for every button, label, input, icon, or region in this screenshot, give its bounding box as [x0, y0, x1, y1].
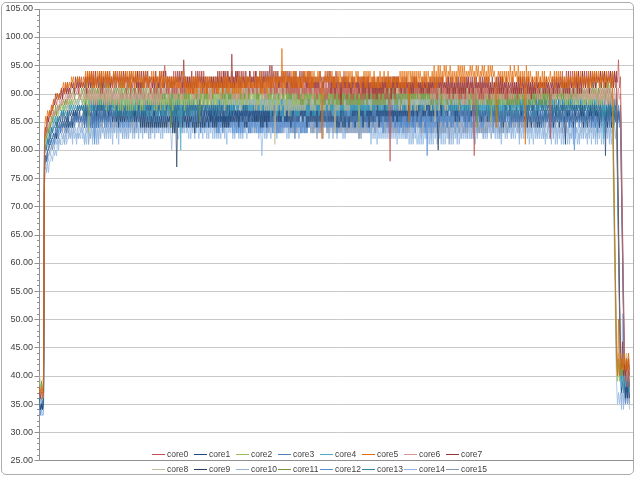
legend-entry-core8[interactable]: core8	[152, 463, 194, 475]
legend-entry-core14[interactable]: core14	[404, 463, 446, 475]
legend-line-swatch	[362, 469, 375, 470]
legend-line-swatch	[404, 469, 417, 470]
legend-label: core3	[293, 448, 314, 460]
legend-line-swatch	[152, 469, 165, 470]
legend-entry-core11[interactable]: core11	[278, 463, 320, 475]
legend-entry-core9[interactable]: core9	[194, 463, 236, 475]
legend-label: core4	[335, 448, 356, 460]
legend-label: core1	[209, 448, 230, 460]
legend-entry-core1[interactable]: core1	[194, 448, 236, 460]
legend-label: core6	[419, 448, 440, 460]
y-axis-tick-label: 90.00	[10, 88, 33, 99]
legend-label: core0	[167, 448, 188, 460]
legend-line-swatch	[236, 454, 249, 455]
y-axis-tick-label: 95.00	[10, 60, 33, 71]
y-axis-tick-label: 50.00	[10, 314, 33, 325]
legend-entry-core6[interactable]: core6	[404, 448, 446, 460]
legend-label: core13	[377, 463, 403, 475]
legend-entry-core2[interactable]: core2	[236, 448, 278, 460]
legend-entry-core5[interactable]: core5	[362, 448, 404, 460]
legend-label: core12	[335, 463, 361, 475]
y-axis-tick-label: 55.00	[10, 286, 33, 297]
y-axis-tick-label: 45.00	[10, 342, 33, 353]
chart-legend-row-2: core8 core9 core10 core11 core12 core13 …	[0, 463, 640, 475]
legend-label: core10	[251, 463, 277, 475]
legend-entry-core13[interactable]: core13	[362, 463, 404, 475]
line-chart-canvas[interactable]	[0, 0, 640, 481]
legend-label: core9	[209, 463, 230, 475]
y-axis-tick-label: 80.00	[10, 144, 33, 155]
y-axis-tick-label: 105.00	[5, 3, 33, 14]
y-axis-tick-label: 85.00	[10, 116, 33, 127]
chart-legend-row-1: core0 core1 core2 core3 core4 core5 core…	[0, 448, 640, 460]
legend-entry-core12[interactable]: core12	[320, 463, 362, 475]
legend-line-swatch	[278, 454, 291, 455]
legend-line-swatch	[446, 454, 459, 455]
legend-entry-core7[interactable]: core7	[446, 448, 488, 460]
y-axis-tick-label: 65.00	[10, 229, 33, 240]
legend-entry-core10[interactable]: core10	[236, 463, 278, 475]
y-axis-labels: 105.00 100.00 95.00 90.00 85.00 80.00 75…	[0, 3, 33, 466]
legend-entry-core15[interactable]: core15	[446, 463, 488, 475]
legend-line-swatch	[236, 469, 249, 470]
legend-line-swatch	[320, 454, 333, 455]
legend-line-swatch	[320, 469, 333, 470]
legend-entry-core0[interactable]: core0	[152, 448, 194, 460]
legend-label: core7	[461, 448, 482, 460]
legend-entry-core3[interactable]: core3	[278, 448, 320, 460]
legend-line-swatch	[404, 454, 417, 455]
legend-line-swatch	[152, 454, 165, 455]
y-axis-tick-label: 100.00	[5, 31, 33, 42]
legend-line-swatch	[194, 454, 207, 455]
legend-entry-core4[interactable]: core4	[320, 448, 362, 460]
legend-label: core2	[251, 448, 272, 460]
legend-label: core5	[377, 448, 398, 460]
legend-line-swatch	[362, 454, 375, 455]
y-axis-tick-label: 40.00	[10, 370, 33, 381]
legend-line-swatch	[446, 469, 459, 470]
legend-line-swatch	[278, 469, 291, 470]
legend-label: core8	[167, 463, 188, 475]
y-axis-tick-label: 75.00	[10, 173, 33, 184]
legend-label: core14	[419, 463, 445, 475]
legend-label: core15	[461, 463, 487, 475]
y-axis-tick-label: 35.00	[10, 399, 33, 410]
legend-label: core11	[293, 463, 318, 475]
y-axis-tick-label: 60.00	[10, 257, 33, 268]
y-axis-tick-label: 70.00	[10, 201, 33, 212]
legend-line-swatch	[194, 469, 207, 470]
y-axis-tick-label: 30.00	[10, 427, 33, 438]
